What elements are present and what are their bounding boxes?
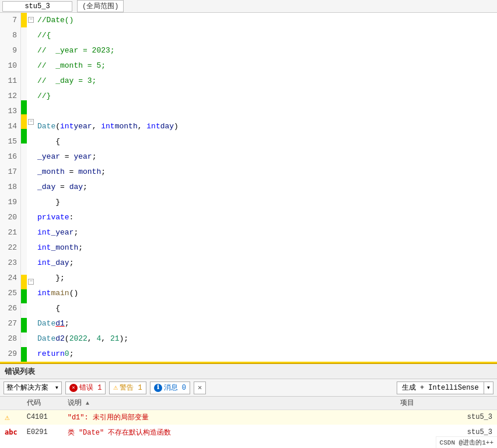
error-table: 代码 说明 ▲ 项目 ⚠C4101"d1": 未引用的局部变量stu5_3abc… — [0, 397, 497, 440]
code-line[interactable]: private: — [37, 210, 497, 225]
fold-cell — [27, 303, 35, 318]
fold-cell[interactable]: − — [27, 275, 35, 289]
code-line[interactable]: int _month; — [37, 240, 497, 256]
fold-minus-icon[interactable]: − — [28, 119, 34, 125]
solution-dropdown-label: 整个解决方案 — [6, 383, 48, 393]
col-code[interactable]: 代码 — [22, 397, 63, 410]
error-code: C4101 — [22, 410, 63, 425]
fold-cell — [27, 57, 35, 71]
code-line[interactable]: Date d2(2022, 4, 21); — [37, 331, 497, 346]
margin-cell — [21, 100, 27, 115]
fold-cell — [27, 27, 35, 42]
margin-cell — [21, 332, 27, 347]
code-line[interactable]: Date d1; — [37, 316, 497, 331]
error-code: E0291 — [22, 425, 63, 440]
error-table-row[interactable]: abcE0291类 "Date" 不存在默认构造函数stu5_3 — [0, 425, 497, 440]
line-number: 26 — [0, 301, 20, 316]
warning-count-badge[interactable]: ⚠ 警告 1 — [109, 382, 146, 394]
info-icon: ℹ — [154, 384, 162, 392]
error-count-label: 错误 1 — [79, 383, 102, 393]
fold-cell — [27, 202, 35, 216]
margin-cell — [21, 13, 27, 27]
generate-dropdown-icon: ▾ — [487, 383, 491, 392]
code-line[interactable]: _day = day; — [37, 180, 497, 195]
line-numbers: 7891011121314151617181920212223242526272… — [0, 13, 21, 362]
code-line[interactable] — [37, 104, 497, 119]
code-line[interactable]: }; — [37, 271, 497, 286]
code-editor: 7891011121314151617181920212223242526272… — [0, 13, 497, 363]
line-number: 28 — [0, 331, 20, 346]
error-description: 类 "Date" 不存在默认构造函数 — [63, 425, 396, 440]
fold-cell[interactable]: − — [27, 114, 35, 129]
fold-cell — [27, 71, 35, 86]
fold-cell — [27, 347, 35, 362]
code-line[interactable]: { — [37, 301, 497, 316]
code-line[interactable]: //Date() — [37, 13, 497, 28]
code-line[interactable]: _year = year; — [37, 149, 497, 164]
fold-cell — [27, 144, 35, 158]
fold-cell — [27, 100, 35, 115]
error-panel: 错误列表 整个解决方案 ▾ ✕ 错误 1 ⚠ 警告 1 ℹ 消息 0 ✕ 生成 … — [0, 363, 497, 440]
code-line[interactable]: int _year; — [37, 225, 497, 240]
line-number: 15 — [0, 134, 20, 149]
error-count-badge[interactable]: ✕ 错误 1 — [65, 382, 106, 394]
code-line[interactable]: int main() — [37, 286, 497, 301]
line-number: 22 — [0, 240, 20, 256]
code-line[interactable]: Date(int year, int month, int day) — [37, 119, 497, 134]
error-table-header: 代码 说明 ▲ 项目 — [0, 397, 497, 410]
margin-cell — [21, 289, 27, 304]
info-count-label: 消息 0 — [164, 383, 186, 393]
fold-cell — [27, 289, 35, 304]
scope-selector[interactable]: (全局范围) — [77, 0, 124, 12]
sort-arrow-icon: ▲ — [86, 400, 89, 407]
code-line[interactable]: //{ — [37, 28, 497, 43]
code-line[interactable]: // _month = 5; — [37, 58, 497, 74]
line-number: 8 — [0, 28, 20, 43]
margin-cell — [21, 129, 27, 144]
line-number: 29 — [0, 346, 20, 362]
line-number: 27 — [0, 316, 20, 331]
error-row-icon: abc — [5, 428, 18, 436]
fold-cell — [27, 42, 35, 57]
code-line[interactable]: _month = month; — [37, 164, 497, 180]
fold-cell[interactable]: − — [27, 13, 35, 27]
fold-minus-icon[interactable]: − — [28, 279, 34, 285]
code-content[interactable]: //Date() //{ // _year = 2023; // _month … — [35, 13, 497, 362]
col-desc[interactable]: 说明 ▲ — [63, 397, 396, 410]
fold-cell — [27, 318, 35, 332]
generate-dropdown-arrow[interactable]: ▾ — [484, 382, 494, 394]
fold-minus-icon[interactable]: − — [28, 17, 34, 23]
warning-row-icon: ⚠ — [5, 413, 9, 422]
line-number: 17 — [0, 164, 20, 180]
line-number: 19 — [0, 195, 20, 210]
margin-cell — [21, 260, 27, 275]
code-line[interactable]: // _year = 2023; — [37, 43, 497, 58]
filter-button[interactable]: ✕ — [194, 382, 206, 394]
fold-cell — [27, 332, 35, 347]
top-bar: stu5_3 (全局范围) — [0, 0, 497, 13]
code-line[interactable]: // _day = 3; — [37, 74, 497, 89]
error-row-icon: ⚠ — [0, 410, 22, 425]
code-line[interactable]: return 0; — [37, 346, 497, 362]
code-line[interactable]: { — [37, 134, 497, 149]
line-number: 7 — [0, 13, 20, 28]
margin-cell — [21, 275, 27, 289]
code-line[interactable]: } — [37, 195, 497, 210]
code-line[interactable]: //} — [37, 89, 497, 104]
col-project[interactable]: 项目 — [396, 397, 497, 410]
solution-dropdown[interactable]: 整个解决方案 ▾ — [4, 382, 62, 394]
margin-cell — [21, 114, 27, 129]
line-number: 14 — [0, 119, 20, 134]
margin-cell — [21, 86, 27, 100]
filename-selector[interactable]: stu5_3 — [2, 1, 72, 12]
margin-cell — [21, 57, 27, 71]
fold-cell — [27, 187, 35, 202]
info-count-badge[interactable]: ℹ 消息 0 — [150, 382, 190, 394]
margin-indicators — [21, 13, 27, 362]
code-line[interactable]: int _day; — [37, 256, 497, 271]
line-number: 25 — [0, 286, 20, 301]
error-table-row[interactable]: ⚠C4101"d1": 未引用的局部变量stu5_3 — [0, 410, 497, 425]
generate-button[interactable]: 生成 + IntelliSense — [397, 382, 484, 394]
fold-column[interactable]: −−− — [27, 13, 35, 362]
generate-button-group: 生成 + IntelliSense ▾ — [397, 382, 494, 394]
